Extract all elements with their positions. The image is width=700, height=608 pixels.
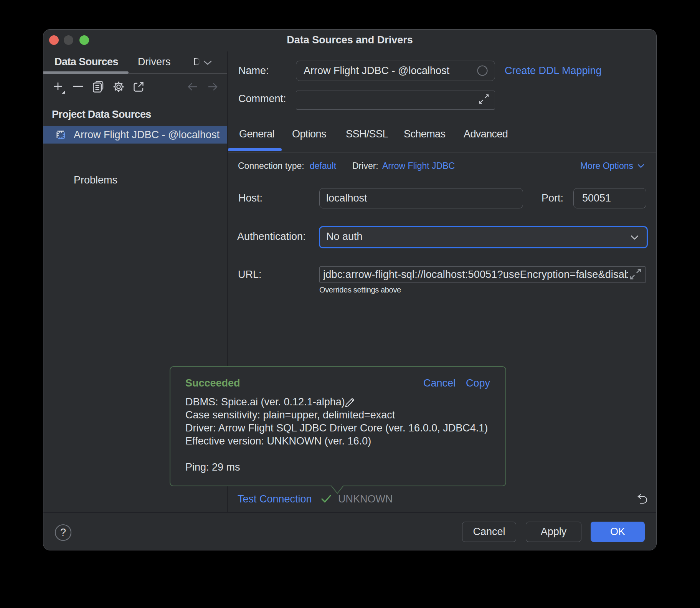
svg-text:?: ? (60, 527, 66, 538)
